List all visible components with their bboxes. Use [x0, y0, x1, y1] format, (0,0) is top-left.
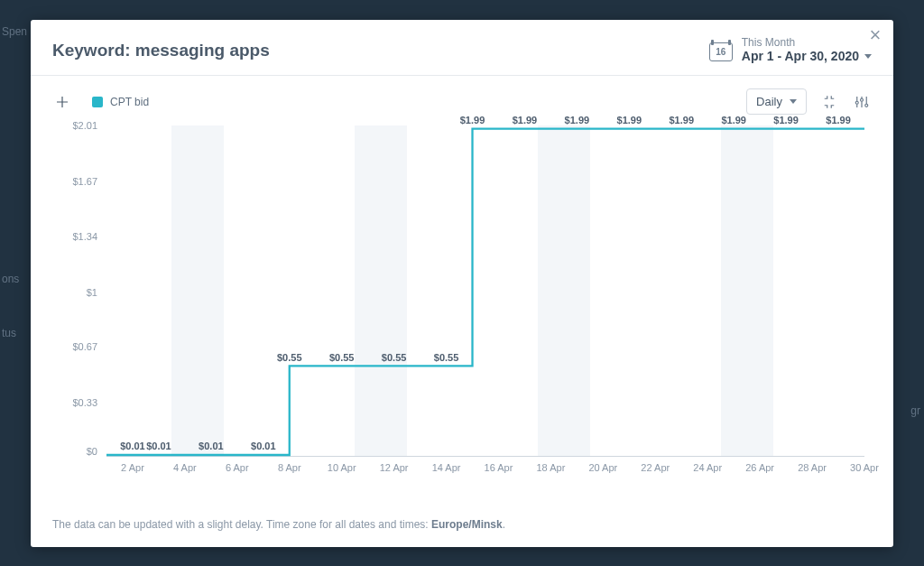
x-tick-label: 6 Apr: [226, 462, 249, 473]
data-label: $0.55: [329, 352, 355, 363]
date-range-preset-label: This Month: [742, 36, 872, 49]
footer-note: The data can be updated with a slight de…: [52, 518, 505, 531]
data-label: $0.01: [251, 441, 276, 451]
collapse-icon[interactable]: [819, 92, 839, 112]
date-range-picker[interactable]: 16 This Month Apr 1 - Apr 30, 2020: [709, 36, 872, 64]
y-tick-label: $1.34: [72, 231, 97, 242]
data-label: $1.99: [513, 115, 538, 125]
x-tick-label: 22 Apr: [641, 462, 670, 473]
legend-label: CPT bid: [110, 96, 149, 108]
x-tick-label: 30 Apr: [850, 462, 879, 473]
plot-area: $0.01$0.01$0.01$0.01$0.55$0.55$0.55$0.55…: [106, 125, 864, 457]
x-tick-label: 8 Apr: [278, 462, 301, 473]
data-label: $1.99: [721, 115, 746, 125]
data-label: $1.99: [773, 115, 799, 125]
svg-point-2: [865, 104, 868, 107]
y-tick-label: $2.01: [72, 120, 97, 131]
data-label: $1.99: [826, 115, 851, 125]
bg-text: gr: [910, 404, 920, 417]
data-label: $1.99: [460, 115, 485, 125]
chart: $0$0.33$0.67$1$1.34$1.67$2.01 $0.01$0.01…: [52, 125, 872, 484]
x-tick-label: 12 Apr: [380, 462, 409, 473]
series-line: [106, 125, 864, 457]
y-axis: $0$0.33$0.67$1$1.34$1.67$2.01: [52, 125, 106, 457]
x-tick-label: 4 Apr: [173, 462, 197, 473]
y-tick-label: $0.33: [72, 397, 97, 408]
x-tick-label: 18 Apr: [537, 462, 566, 473]
x-tick-label: 2 Apr: [121, 462, 144, 473]
page-title: Keyword: messaging apps: [52, 41, 270, 60]
y-tick-label: $0.67: [72, 341, 97, 352]
plus-icon: [54, 94, 70, 110]
x-tick-label: 14 Apr: [432, 462, 461, 473]
settings-sliders-icon[interactable]: [852, 92, 872, 112]
bg-text: ons: [2, 273, 19, 285]
x-tick-label: 28 Apr: [798, 462, 827, 473]
modal: × Keyword: messaging apps 16 This Month …: [31, 20, 893, 547]
aggregation-select[interactable]: Daily: [746, 88, 807, 115]
y-tick-label: $0: [87, 446, 97, 457]
chevron-down-icon: [864, 54, 872, 59]
data-label: $0.55: [434, 352, 459, 363]
modal-header: Keyword: messaging apps 16 This Month Ap…: [31, 20, 893, 76]
svg-point-0: [855, 101, 858, 104]
data-label: $1.99: [565, 115, 590, 125]
aggregation-value: Daily: [756, 95, 782, 108]
x-tick-label: 10 Apr: [328, 462, 356, 473]
x-tick-label: 26 Apr: [745, 462, 774, 473]
bg-text: Spen: [2, 25, 27, 38]
date-range-labels: This Month Apr 1 - Apr 30, 2020: [742, 36, 872, 64]
y-tick-label: $1.67: [72, 176, 97, 187]
chart-toolbar: CPT bid Daily: [31, 76, 893, 120]
data-label: $1.99: [617, 115, 642, 125]
bg-text: tus: [2, 327, 16, 339]
x-tick-label: 24 Apr: [693, 462, 722, 473]
legend-item[interactable]: CPT bid: [92, 96, 149, 108]
date-range-value: Apr 1 - Apr 30, 2020: [742, 49, 859, 64]
data-label: $0.55: [277, 352, 302, 363]
x-axis: 2 Apr4 Apr6 Apr8 Apr10 Apr12 Apr14 Apr16…: [106, 457, 864, 484]
x-tick-label: 20 Apr: [588, 462, 617, 473]
y-tick-label: $1: [87, 287, 97, 298]
legend-swatch: [92, 97, 103, 107]
add-series-button[interactable]: [52, 92, 72, 112]
data-label: $1.99: [669, 115, 694, 125]
data-label: $0.01: [199, 441, 224, 451]
svg-point-1: [861, 98, 864, 101]
data-label: $0.55: [382, 352, 407, 363]
x-tick-label: 16 Apr: [485, 462, 513, 473]
data-label: $0.01: [146, 441, 171, 451]
data-label: $0.01: [120, 441, 145, 451]
chevron-down-icon: [790, 99, 797, 104]
calendar-icon: 16: [709, 40, 733, 61]
